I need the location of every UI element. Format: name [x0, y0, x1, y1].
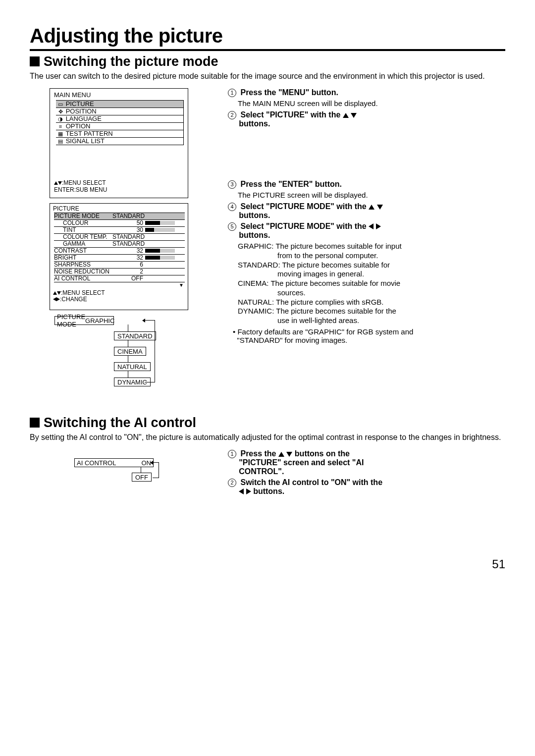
- menu-hint-select: :MENU SELECT: [54, 180, 184, 187]
- menu-item-option: ≡ OPTION: [56, 122, 184, 130]
- picture-row: NOISE REDUCTION2: [54, 268, 185, 275]
- menu-item-signal-list: ▤ SIGNAL LIST: [56, 137, 184, 145]
- section1-heading: Switching the picture mode: [30, 54, 505, 69]
- mode-diagram-header: PICTURE MODEGRAPHIC: [54, 316, 114, 325]
- ai-control-diagram: AI CONTROLON OFF: [74, 458, 183, 484]
- factory-default-note: • Factory defaults are "GRAPHIC" for RGB…: [233, 327, 505, 344]
- picture-row: TINT30: [54, 226, 185, 233]
- picture-mode-diagram: PICTURE MODEGRAPHIC STANDARD CINEMA NATU…: [54, 316, 178, 405]
- picture-row: AI CONTROLOFF: [54, 275, 185, 282]
- mode-opt-cinema: CINEMA: [114, 347, 146, 356]
- page-number: 51: [30, 557, 505, 571]
- menu-hint-enter: ENTER:SUB MENU: [54, 187, 184, 194]
- scroll-down-indicator: ▼: [50, 282, 188, 288]
- picture-row: PICTURE MODESTANDARD: [54, 213, 185, 219]
- picture-row: COLOUR50: [54, 219, 185, 226]
- picture-row: GAMMASTANDARD: [54, 240, 185, 247]
- picture-row: BRIGHT32: [54, 254, 185, 261]
- ai-opt-off: OFF: [132, 473, 152, 482]
- picture-row: SHARPNESS6: [54, 261, 185, 268]
- step1: 1 Press the "MENU" button.: [228, 88, 505, 97]
- section1-intro: The user can switch to the desired pictu…: [30, 71, 505, 81]
- ai-step1: 1 Press the buttons on the "PICTURE" scr…: [228, 449, 505, 476]
- step1-sub: The MAIN MENU screen will be displayed.: [238, 99, 505, 108]
- step3: 3 Press the "ENTER" button.: [228, 180, 505, 189]
- ai-diagram-header: AI CONTROLON: [74, 458, 154, 467]
- menu-item-picture: ▭ PICTURE: [56, 100, 184, 108]
- section2-heading: Switching the AI control: [30, 415, 505, 431]
- ai-step2: 2 Switch the AI control to "ON" with the…: [228, 478, 505, 496]
- menu-item-position: ✥ POSITION: [56, 108, 184, 115]
- picture-hint-change: :CHANGE: [53, 296, 188, 303]
- mode-descriptions: GRAPHIC: The picture becomes suitable fo…: [238, 242, 505, 325]
- step2: 2 Select "PICTURE" with the buttons.: [228, 110, 505, 128]
- picture-menu-box: PICTURE PICTURE MODESTANDARDCOLOUR50TINT…: [50, 203, 188, 311]
- page-title: Adjusting the picture: [30, 25, 505, 51]
- main-menu-box: MAIN MENU ▭ PICTURE ✥ POSITION ◑ LANGUAG…: [50, 88, 188, 198]
- menu-item-language: ◑ LANGUAGE: [56, 115, 184, 122]
- menu-item-test-pattern: ▦ TEST PATTERN: [56, 130, 184, 137]
- picture-row: COLOUR TEMP.STANDARD: [54, 233, 185, 240]
- picture-menu-title: PICTURE: [50, 206, 188, 212]
- picture-row: CONTRAST32: [54, 247, 185, 254]
- section2-intro: By setting the AI control to "ON", the p…: [30, 432, 505, 442]
- step3-sub: The PICTURE screen will be displayed.: [238, 191, 505, 199]
- main-menu-title: MAIN MENU: [54, 92, 184, 99]
- step5: 5 Select "PICTURE MODE" with the buttons…: [228, 222, 505, 240]
- step4: 4 Select "PICTURE MODE" with the buttons…: [228, 202, 505, 220]
